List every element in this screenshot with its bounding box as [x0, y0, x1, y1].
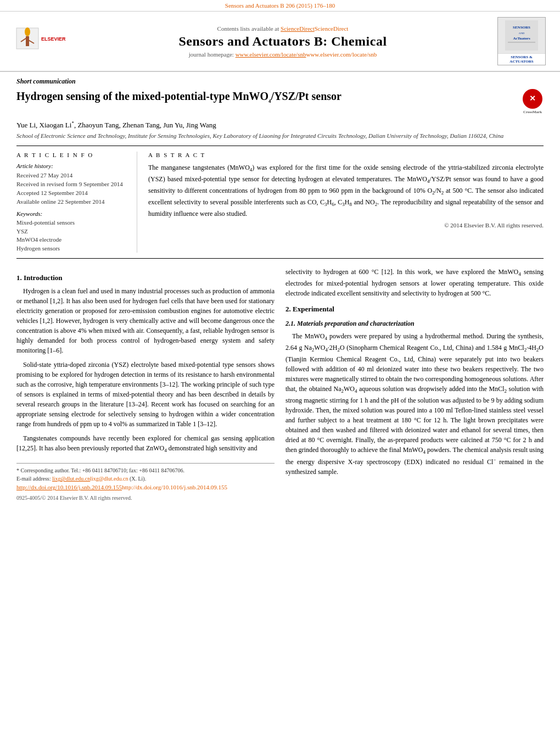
main-content: Short communication Hydrogen sensing of … — [0, 72, 560, 513]
sciencedirect-link[interactable]: ScienceDirect — [281, 25, 315, 32]
abstract-text: The manganese tangstenates (MnWO4) was e… — [148, 163, 544, 219]
body-columns: 1. Introduction Hydrogen is a clean fuel… — [16, 267, 544, 502]
email-link[interactable]: lixg@dlut.edu.cn — [52, 476, 90, 482]
keyword-4: Hydrogen sensors — [16, 244, 128, 253]
available-online: Available online 22 September 2014 — [16, 198, 104, 205]
sensors-actuators-logo: SENSORS AND AcTuators SENSORS &ACTUATORS — [497, 17, 546, 65]
homepage-line: journal homepage: www.elsevier.com/locat… — [77, 51, 489, 58]
sensors-logo-image: SENSORS AND AcTuators — [498, 18, 545, 53]
footer-notes: * Corresponding author. Tel.: +86 0411 8… — [16, 463, 275, 502]
top-citation-bar: Sensors and Actuators B 206 (2015) 176–1… — [0, 0, 560, 12]
abstract-column: A B S T R A C T The manganese tangstenat… — [148, 152, 544, 253]
intro-para-1: Hydrogen is a clean fuel and used in man… — [16, 286, 275, 355]
doi-link-line: http://dx.doi.org/10.1016/j.snb.2014.09.… — [16, 483, 275, 492]
right-para-1: selectivity to hydrogen at 600 °C [12]. … — [285, 267, 544, 298]
sensors-logo-svg: SENSORS AND AcTuators — [505, 20, 538, 51]
keyword-2: YSZ — [16, 227, 128, 236]
intro-para-2: Solid-state yttria-doped zirconia (YSZ) … — [16, 360, 275, 429]
section-1-title: 1. Introduction — [16, 272, 275, 283]
authors-line: Yue Li, Xiaogan Li*, Zhaoyun Tang, Zhena… — [16, 120, 544, 130]
sensors-logo-label: SENSORS &ACTUATORS — [498, 53, 545, 65]
article-type: Short communication — [16, 77, 544, 86]
body-right-column: selectivity to hydrogen at 600 °C [12]. … — [285, 267, 544, 502]
keyword-3: MnWO4 electrode — [16, 236, 128, 244]
article-history: Article history: Received 27 May 2014 Re… — [16, 163, 128, 206]
corresponding-author-note: * Corresponding author. Tel.: +86 0411 8… — [16, 466, 275, 475]
article-info-heading: A R T I C L E I N F O — [16, 152, 128, 158]
email-note: E-mail address: lixg@dlut.edu.cnlixg@dlu… — [16, 475, 275, 483]
crossmark-icon: ✕ — [523, 89, 542, 109]
elsevier-logo-area: ELSEVIER — [11, 25, 71, 58]
history-label: Article history: — [16, 163, 128, 169]
journal-info-center: Contents lists available at ScienceDirec… — [77, 25, 489, 58]
sensors-logo-area: SENSORS AND AcTuators SENSORS &ACTUATORS — [494, 17, 549, 65]
crossmark-badge: ✕ CrossMark — [522, 89, 544, 115]
journal-citation: Sensors and Actuators B 206 (2015) 176–1… — [225, 2, 335, 9]
svg-text:AcTuators: AcTuators — [513, 36, 530, 41]
contents-line: Contents lists available at ScienceDirec… — [77, 25, 489, 32]
doi-link[interactable]: http://dx.doi.org/10.1016/j.snb.2014.09.… — [16, 484, 122, 490]
keyword-1: Mixed-potential sensors — [16, 219, 128, 227]
homepage-link[interactable]: www.elsevier.com/locate/snb — [236, 51, 306, 58]
abstract-heading: A B S T R A C T — [148, 152, 544, 158]
footer-copyright: 0925-4005/© 2014 Elsevier B.V. All right… — [16, 494, 275, 502]
copyright-text: © 2014 Elsevier B.V. All rights reserved… — [148, 222, 544, 228]
section-2-title: 2. Experimental — [285, 304, 544, 315]
keywords-section: Keywords: Mixed-potential sensors YSZ Mn… — [16, 210, 128, 253]
svg-text:AND: AND — [519, 32, 525, 35]
body-left-column: 1. Introduction Hydrogen is a clean fuel… — [16, 267, 275, 502]
section-2-1-title: 2.1. Materials preparation and character… — [285, 319, 544, 328]
received1: Received 27 May 2014 — [16, 172, 72, 178]
this-text: this — [405, 268, 415, 276]
journal-header: ELSEVIER Contents lists available at Sci… — [0, 12, 560, 72]
section-2-1-text: The MnWO4 powders were prepared by using… — [285, 331, 544, 477]
keywords-label: Keywords: — [16, 210, 128, 217]
crossmark-label: CrossMark — [523, 110, 542, 115]
svg-point-2 — [25, 27, 30, 36]
received2: Received in revised form 9 September 201… — [16, 181, 123, 187]
page-container: Sensors and Actuators B 206 (2015) 176–1… — [0, 0, 560, 513]
article-title-area: Hydrogen sensing of the mixed-potential-… — [16, 89, 544, 115]
article-info-column: A R T I C L E I N F O Article history: R… — [16, 152, 137, 253]
article-title-text: Hydrogen sensing of the mixed-potential-… — [16, 89, 516, 105]
intro-para-3: Tangstenates compounds have recently bee… — [16, 433, 275, 455]
article-info-abstract: A R T I C L E I N F O Article history: R… — [16, 146, 544, 259]
journal-title: Sensors and Actuators B: Chemical — [77, 34, 489, 49]
accepted: Accepted 12 September 2014 — [16, 189, 88, 196]
affiliation-text: School of Electronic Science and Technol… — [16, 132, 544, 139]
svg-text:SENSORS: SENSORS — [513, 25, 530, 30]
svg-text:ELSEVIER: ELSEVIER — [41, 36, 66, 42]
elsevier-logo: ELSEVIER — [11, 25, 66, 55]
